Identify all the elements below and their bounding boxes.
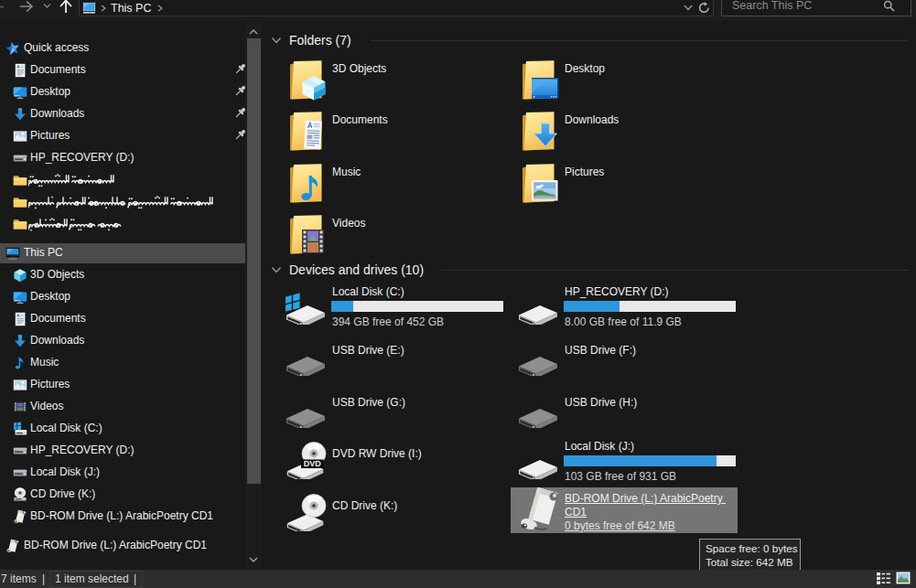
svg-text:DVD: DVD [304,459,322,468]
